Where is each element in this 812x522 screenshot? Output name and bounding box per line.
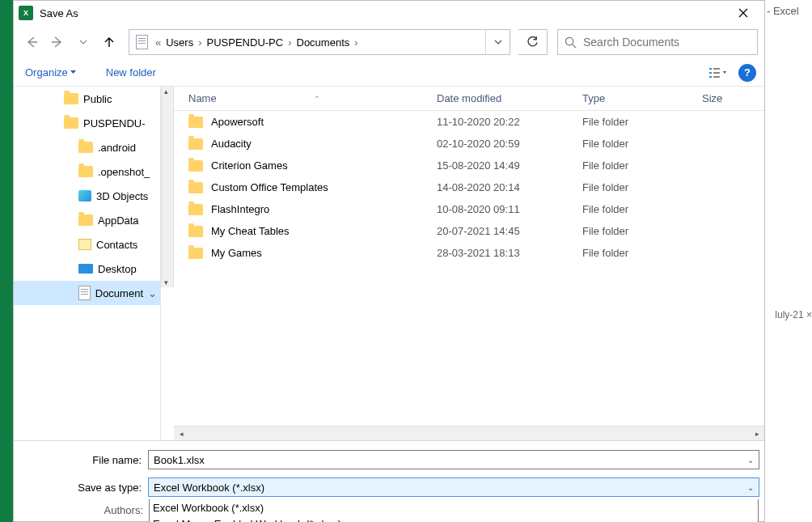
folder-icon (188, 248, 203, 259)
arrow-right-icon (50, 35, 65, 49)
svg-rect-6 (713, 76, 720, 78)
excel-title-fragment: - Excel (767, 0, 812, 17)
chevron-down-icon[interactable]: ⌄ (148, 287, 157, 299)
breadcrumb-pc[interactable]: PUSPENDU-PC (205, 32, 285, 53)
filename-value: Book1.xlsx (154, 454, 205, 466)
chevron-down-icon (70, 69, 77, 76)
folder-icon (78, 214, 93, 226)
chevron-down-icon[interactable]: ⌄ (747, 456, 754, 465)
savetype-dropdown[interactable]: Excel Workbook (*.xlsx)Excel Macro-Enabl… (149, 499, 759, 522)
row-type: File folder (582, 116, 702, 128)
breadcrumb-users[interactable]: Users (164, 32, 195, 53)
svg-rect-3 (709, 72, 712, 74)
breadcrumb-documents[interactable]: Documents (295, 32, 352, 53)
excel-icon (19, 6, 33, 20)
row-type: File folder (582, 203, 702, 215)
table-row[interactable]: Custom Office Templates 14-08-2020 20:14… (174, 176, 764, 198)
tree-item[interactable]: Document⌄ (14, 281, 160, 305)
folder-icon (78, 142, 93, 153)
breadcrumb-sep[interactable]: › (285, 36, 294, 49)
help-button[interactable]: ? (738, 64, 756, 82)
tree-item[interactable]: .android (14, 135, 160, 159)
chevron-down-icon[interactable]: ⌄ (747, 483, 754, 492)
col-size[interactable]: Size (702, 92, 764, 104)
breadcrumb-sep[interactable]: › (195, 36, 205, 49)
explorer-body: PublicPUSPENDU-.android.openshot_3D Obje… (14, 87, 764, 440)
back-button[interactable] (20, 31, 43, 53)
address-bar[interactable]: « Users › PUSPENDU-PC › Documents › (129, 29, 510, 55)
tree-item[interactable]: AppData (14, 208, 160, 232)
savetype-value: Excel Workbook (*.xlsx) (154, 482, 264, 494)
file-rows: Apowersoft 11-10-2020 20:22 File folder … (174, 111, 764, 426)
tree-item[interactable]: 3D Objects (14, 184, 160, 208)
doc-icon (78, 286, 91, 300)
table-row[interactable]: Audacity 02-10-2020 20:59 File folder (174, 133, 764, 155)
row-type: File folder (582, 225, 702, 237)
table-row[interactable]: Criterion Games 15-08-2020 14:49 File fo… (174, 155, 764, 176)
tree-item-label: AppData (98, 214, 139, 227)
titlebar[interactable]: Save As (14, 1, 764, 25)
folder-icon (78, 166, 93, 177)
tree-item-label: .android (98, 142, 136, 154)
col-type[interactable]: Type (582, 92, 702, 104)
file-list: Name⌃ Date modified Type Size Apowersoft… (174, 87, 764, 440)
tree-item[interactable]: Contacts (14, 232, 160, 257)
address-dropdown[interactable] (485, 30, 510, 54)
folder-icon (64, 93, 78, 104)
up-button[interactable] (98, 31, 121, 53)
svg-rect-2 (713, 68, 720, 70)
row-type: File folder (582, 138, 702, 150)
forward-button[interactable] (46, 31, 69, 53)
savetype-combo[interactable]: Excel Workbook (*.xlsx) ⌄ (148, 477, 759, 497)
filename-input[interactable]: Book1.xlsx ⌄ (148, 450, 759, 469)
row-name: Audacity (211, 138, 252, 150)
table-row[interactable]: FlashIntegro 10-08-2020 09:11 File folde… (174, 198, 764, 220)
tree-item[interactable]: .openshot_ (14, 159, 160, 184)
contacts-icon (78, 239, 91, 250)
breadcrumb-overflow[interactable]: « (152, 36, 164, 49)
scroll-left[interactable]: ◂ (174, 430, 188, 438)
scroll-right[interactable]: ▸ (750, 430, 764, 438)
folder-icon (188, 204, 203, 215)
chevron-down-icon (493, 37, 503, 47)
search-box[interactable] (557, 29, 758, 55)
organize-menu[interactable]: Organize (22, 63, 80, 82)
new-folder-button[interactable]: New folder (103, 63, 159, 82)
excel-background-strip (0, 0, 13, 522)
view-options[interactable] (706, 62, 730, 83)
row-name: Criterion Games (211, 159, 288, 172)
dropdown-item[interactable]: Excel Macro-Enabled Workbook (*.xlsm) (150, 516, 758, 522)
table-row[interactable]: Apowersoft 11-10-2020 20:22 File folder (174, 111, 764, 133)
tree-item-label: Public (83, 93, 112, 105)
row-type: File folder (582, 159, 702, 172)
recent-button[interactable] (72, 31, 95, 53)
tree-scrollbar[interactable] (161, 87, 174, 287)
row-date: 10-08-2020 09:11 (437, 203, 582, 215)
refresh-button[interactable] (518, 29, 548, 55)
savetype-label: Save as type: (19, 482, 148, 494)
column-headers[interactable]: Name⌃ Date modified Type Size (174, 87, 764, 111)
tree-item[interactable]: Public (14, 87, 160, 111)
folder-icon (188, 117, 203, 128)
tree-item[interactable]: Desktop (14, 257, 160, 281)
refresh-icon (527, 36, 539, 49)
arrow-left-icon (24, 35, 39, 49)
row-type: File folder (582, 181, 702, 193)
dropdown-item[interactable]: Excel Workbook (*.xlsx) (150, 499, 758, 516)
table-row[interactable]: My Cheat Tables 20-07-2021 14:45 File fo… (174, 220, 764, 242)
row-date: 20-07-2021 14:45 (437, 225, 582, 237)
table-row[interactable]: My Games 28-03-2021 18:13 File folder (174, 242, 764, 264)
col-name[interactable]: Name (188, 92, 217, 104)
horizontal-scrollbar[interactable]: ◂ ▸ (174, 426, 764, 440)
tree-item[interactable]: PUSPENDU- (14, 111, 160, 135)
folder-tree[interactable]: PublicPUSPENDU-.android.openshot_3D Obje… (14, 87, 161, 440)
breadcrumb-sep[interactable]: › (351, 36, 361, 49)
col-date[interactable]: Date modified (437, 92, 582, 104)
close-button[interactable] (725, 2, 761, 24)
tree-item-label: Document (95, 287, 143, 299)
location-icon (133, 33, 150, 51)
tree-item-label: Contacts (96, 239, 137, 251)
search-input[interactable] (583, 36, 751, 49)
background-sheet-tab: luly-21 × (775, 309, 812, 320)
filename-label: File name: (19, 454, 148, 466)
